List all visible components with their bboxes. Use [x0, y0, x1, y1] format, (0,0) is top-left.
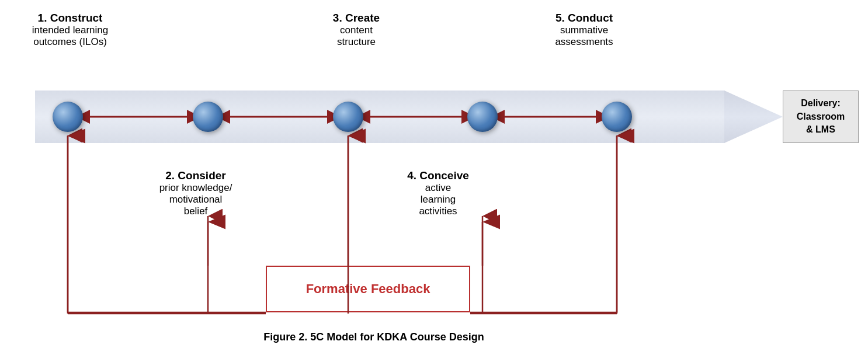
- consider-bold: 2. Consider: [137, 169, 254, 182]
- figure-caption: Figure 2. 5C Model for KDKA Course Desig…: [0, 331, 748, 343]
- conceive-line3: activities: [386, 206, 491, 217]
- create-line1: content: [298, 25, 415, 36]
- sphere-4: [467, 102, 498, 132]
- sphere-3: [333, 102, 363, 132]
- consider-line3: belief: [137, 206, 254, 217]
- conceive-line2: learning: [386, 194, 491, 206]
- construct-line2: outcomes (ILOs): [12, 36, 129, 48]
- construct-line1: intended learning: [12, 25, 129, 36]
- sphere-1: [53, 102, 83, 132]
- conduct-line1: summative: [526, 25, 643, 36]
- construct-bold: 1. Construct: [12, 12, 129, 25]
- delivery-label: Delivery:Classroom& LMS: [797, 97, 845, 136]
- label-create: 3. Create content structure: [298, 12, 415, 48]
- sphere-2: [193, 102, 223, 132]
- conceive-line1: active: [386, 182, 491, 194]
- create-bold: 3. Create: [298, 12, 415, 25]
- delivery-box: Delivery:Classroom& LMS: [783, 91, 859, 143]
- label-consider: 2. Consider prior knowledge/ motivationa…: [137, 169, 254, 217]
- conceive-bold: 4. Conceive: [386, 169, 491, 182]
- formative-feedback-label: Formative Feedback: [306, 281, 430, 297]
- create-line2: structure: [298, 36, 415, 48]
- consider-line1: prior knowledge/: [137, 182, 254, 194]
- label-construct: 1. Construct intended learning outcomes …: [12, 12, 129, 48]
- label-conduct: 5. Conduct summative assessments: [526, 12, 643, 48]
- consider-line2: motivational: [137, 194, 254, 206]
- arrow-head: [724, 91, 783, 143]
- sphere-5: [602, 102, 632, 132]
- formative-feedback-box: Formative Feedback: [266, 266, 470, 312]
- process-arrow: [35, 91, 783, 143]
- conduct-line2: assessments: [526, 36, 643, 48]
- conduct-bold: 5. Conduct: [526, 12, 643, 25]
- diagram-container: Delivery:Classroom& LMS: [0, 0, 868, 355]
- arrow-body: [35, 91, 754, 143]
- label-conceive: 4. Conceive active learning activities: [386, 169, 491, 217]
